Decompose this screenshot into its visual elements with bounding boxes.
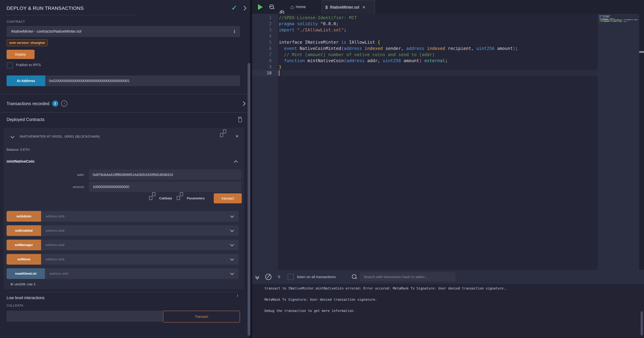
code-line-6[interactable]: 6 event NativeCoinMinted(address indexed… (252, 46, 644, 52)
pending-tx-count: 0 (278, 275, 280, 279)
zoom-out-icon[interactable] (269, 4, 275, 10)
tab-home[interactable]: ⌂ Home (290, 0, 306, 14)
function-row-setManager: setManager (6, 240, 238, 250)
code-text: //SPDX-License-Identifier: MIT (279, 15, 357, 20)
minimap-line (599, 20, 639, 21)
code-line-1[interactable]: 1//SPDX-License-Identifier: MIT (252, 14, 644, 21)
minimap-line (599, 19, 639, 19)
line-number: 2 (252, 22, 272, 26)
close-tab-icon[interactable]: × (362, 5, 365, 10)
code-line-4[interactable]: 4 (252, 33, 644, 39)
code-text: interface INativeMinter is IAllowList { (279, 40, 380, 45)
editor-minimap[interactable] (598, 14, 639, 270)
at-address-row: At Address (6, 76, 240, 86)
calldata-label: CALLDATA (6, 304, 23, 308)
setNone-button[interactable]: setNone (6, 254, 41, 265)
terminal-log-line: transact to INativeMinter.mintNativeCoin… (264, 286, 508, 290)
setAdmin-input[interactable] (41, 214, 231, 218)
section-divider (0, 94, 250, 94)
param-label: amount: (4, 185, 84, 189)
editor-tabbar: ⌂ Home $ INativeMinter.sol × (252, 0, 644, 14)
setNone-expand-chevron-icon[interactable] (230, 257, 234, 261)
line-number: 6 (252, 46, 272, 51)
remove-instance-icon[interactable]: × (236, 134, 238, 139)
clear-console-ban-icon[interactable] (265, 274, 272, 280)
deployed-contract-card: INATIVEMINTER AT 0X020...00001 (BLOCKCHA… (4, 128, 244, 289)
contract-select-value: INativeMinter - contracts/INativeMinter.… (11, 29, 81, 34)
text-cursor (279, 70, 279, 76)
instance-balance: Balance: 0 ETH (6, 148, 30, 152)
line-number: 5 (252, 40, 272, 45)
run-script-play-icon[interactable] (258, 4, 263, 10)
deploy-run-panel: DEPLOY & RUN TRANSACTIONS ✓ CONTRACT INa… (0, 0, 250, 338)
code-line-5[interactable]: 5interface INativeMinter is IAllowList { (252, 39, 644, 46)
code-line-2[interactable]: 2pragma solidity ^0.8.0; (252, 21, 644, 27)
code-line-3[interactable]: 3import "./IAllowList.sol"; (252, 27, 644, 33)
setManager-input[interactable] (41, 243, 231, 247)
code-text: pragma solidity ^0.8.0; (279, 21, 338, 26)
function-row-setEnabled: setEnabled (6, 225, 238, 236)
code-text: event NativeCoinMinted(address indexed s… (279, 46, 518, 51)
contract-select[interactable]: INativeMinter - contracts/INativeMinter.… (6, 26, 240, 37)
low-level-calldata-input[interactable] (6, 311, 163, 322)
deploy-button[interactable]: Deploy (6, 50, 34, 59)
readAllowList-expand-chevron-icon[interactable] (230, 271, 234, 275)
search-icon (352, 274, 358, 280)
listen-all-label: listen on all transactions (297, 275, 336, 279)
panel-resize-handle[interactable] (250, 0, 252, 338)
function-name: mintNativeCoin (6, 159, 34, 164)
code-line-8[interactable]: 8 function mintNativeCoin(address addr, … (252, 58, 644, 64)
editor-scrollbar[interactable] (639, 14, 644, 270)
transactions-recorded-label: Transactions recorded (6, 101, 50, 106)
terminal-log-line: MetaMask Tx Signature: User denied trans… (264, 298, 377, 302)
code-editor[interactable]: 1//SPDX-License-Identifier: MIT2pragma s… (252, 14, 644, 270)
setAdmin-button[interactable]: setAdmin (6, 211, 41, 222)
setNone-input[interactable] (41, 258, 231, 261)
minimap-line (599, 23, 639, 24)
setEnabled-input[interactable] (41, 229, 231, 232)
contract-label: CONTRACT (6, 20, 25, 24)
transactions-expand-chevron-icon[interactable] (241, 101, 246, 106)
code-line-9[interactable]: 9} (252, 64, 644, 70)
code-text: // Mint [amount] number of native coins … (279, 52, 435, 57)
publish-ipfs-checkbox[interactable] (7, 62, 13, 68)
terminal-search-input[interactable] (360, 272, 456, 282)
terminal-scrollbar[interactable] (640, 311, 643, 336)
param-amount-input[interactable] (89, 182, 241, 192)
setEnabled-expand-chevron-icon[interactable] (230, 228, 234, 232)
line-number: 1 (252, 15, 272, 20)
setManager-button[interactable]: setManager (6, 240, 41, 250)
collapse-panel-chevron-icon[interactable] (242, 6, 246, 10)
setManager-expand-chevron-icon[interactable] (230, 242, 234, 246)
readAllowList-button[interactable]: readAllowList (6, 268, 45, 279)
expand-terminal-double-chevron-icon[interactable] (256, 275, 259, 279)
calldata-action-label[interactable]: Calldata (159, 196, 172, 200)
at-address-input[interactable] (45, 76, 240, 86)
function-row-setNone: setNone (6, 254, 238, 265)
line-number: 10 (252, 70, 272, 76)
listen-all-checkbox[interactable] (288, 274, 294, 280)
readAllowList-input[interactable] (45, 272, 231, 276)
setEnabled-button[interactable]: setEnabled (6, 225, 41, 236)
section-divider (7, 292, 238, 292)
return-index: 0: (11, 282, 14, 286)
line-number: 7 (252, 52, 272, 57)
at-address-button[interactable]: At Address (6, 76, 45, 86)
line-number: 3 (252, 28, 272, 32)
code-line-7[interactable]: 7 // Mint [amount] number of native coin… (252, 52, 644, 58)
transact-button[interactable]: transact (214, 193, 242, 203)
minimap-line (599, 18, 639, 18)
title-underline (6, 15, 135, 15)
parameters-action-label[interactable]: Parameters (187, 196, 205, 200)
setAdmin-expand-chevron-icon[interactable] (230, 214, 234, 218)
function-collapse-chevron-icon[interactable] (234, 160, 238, 164)
tab-inativeminter[interactable]: $ INativeMinter.sol × (322, 0, 375, 14)
param-label: addr: (4, 173, 84, 177)
code-line-10[interactable]: 10 (252, 70, 644, 76)
panel-scrollbar[interactable] (248, 63, 250, 336)
low-level-transact-button[interactable]: Transact (163, 311, 240, 322)
transactions-recorded-row[interactable]: Transactions recorded 2 i (6, 99, 245, 108)
code-text: } (279, 64, 282, 70)
param-addr-input[interactable] (89, 170, 241, 180)
instance-collapse-chevron-icon[interactable] (10, 134, 14, 138)
